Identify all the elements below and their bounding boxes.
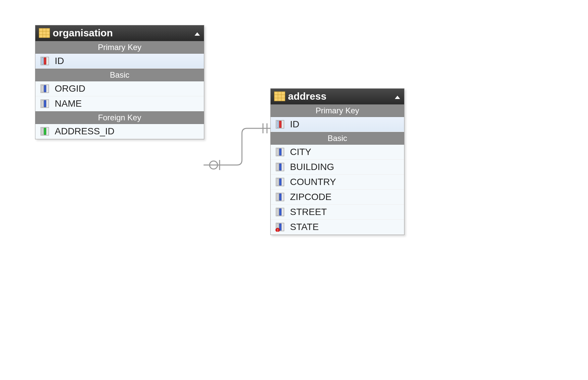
svg-rect-30	[277, 121, 279, 128]
pk-column-icon	[273, 120, 287, 129]
column-name: STATE	[287, 222, 319, 232]
table-row[interactable]: ORGID	[35, 81, 204, 96]
fk-column-icon	[38, 127, 51, 136]
svg-rect-39	[277, 179, 279, 185]
column-icon	[273, 192, 287, 202]
svg-rect-15	[42, 85, 43, 92]
column-name: COUNTRY	[287, 177, 336, 187]
column-icon	[273, 162, 287, 172]
entity-title: organisation	[50, 27, 194, 39]
svg-marker-27	[395, 96, 400, 99]
entity-address[interactable]: address Primary Key ID Basic CITY BUILDI…	[270, 88, 404, 235]
column-icon	[273, 147, 287, 157]
table-row[interactable]: ID	[271, 117, 404, 132]
svg-rect-32	[279, 149, 281, 155]
svg-rect-12	[42, 58, 43, 64]
table-row[interactable]: NAME	[35, 96, 204, 111]
svg-rect-29	[279, 121, 281, 128]
column-name: ORGID	[51, 83, 85, 94]
svg-rect-20	[44, 128, 46, 135]
svg-point-0	[210, 161, 218, 169]
column-name: NAME	[51, 98, 82, 109]
column-icon	[273, 177, 287, 187]
entity-title: address	[285, 91, 394, 102]
table-row[interactable]: BUILDING	[271, 160, 404, 175]
column-icon	[273, 207, 287, 217]
svg-rect-4	[39, 28, 50, 38]
section-label-primary-key: Primary Key	[35, 41, 204, 54]
svg-rect-11	[44, 58, 46, 64]
table-row[interactable]: ADDRESS_ID	[35, 124, 204, 139]
svg-rect-42	[277, 194, 279, 200]
entity-header[interactable]: address	[271, 89, 404, 104]
section-label-foreign-key: Foreign Key	[35, 111, 204, 124]
svg-rect-38	[279, 179, 281, 185]
svg-rect-45	[277, 209, 279, 215]
table-icon	[39, 28, 50, 38]
svg-rect-14	[44, 85, 46, 92]
table-icon	[274, 91, 285, 101]
column-name: CITY	[287, 147, 311, 157]
column-name: STREET	[287, 207, 327, 217]
column-name: ID	[51, 56, 64, 66]
entity-organisation[interactable]: organisation Primary Key ID Basic ORGID …	[35, 25, 204, 139]
table-row[interactable]: STREET	[271, 205, 404, 220]
column-name: ADDRESS_ID	[51, 126, 114, 137]
collapse-icon[interactable]	[194, 27, 201, 39]
section-label-basic: Basic	[35, 69, 204, 81]
column-icon	[38, 99, 51, 108]
table-row[interactable]: COUNTRY	[271, 175, 404, 190]
column-name: ZIPCODE	[287, 192, 331, 202]
table-row[interactable]: ID	[35, 54, 204, 69]
svg-rect-44	[279, 209, 281, 215]
column-icon	[38, 84, 51, 93]
table-row[interactable]: ! STATE	[271, 220, 404, 235]
column-error-icon: !	[273, 222, 287, 232]
section-label-basic: Basic	[271, 132, 404, 145]
svg-rect-33	[277, 149, 279, 155]
svg-rect-41	[279, 194, 281, 200]
entity-header[interactable]: organisation	[35, 25, 204, 41]
collapse-icon[interactable]	[394, 91, 401, 102]
svg-rect-35	[279, 164, 281, 170]
svg-rect-36	[277, 164, 279, 170]
svg-text:!: !	[277, 228, 278, 232]
svg-rect-22	[274, 92, 285, 101]
svg-rect-18	[42, 100, 43, 107]
column-name: ID	[287, 119, 299, 130]
svg-rect-21	[42, 128, 43, 135]
pk-column-icon	[38, 56, 51, 66]
table-row[interactable]: ZIPCODE	[271, 190, 404, 205]
svg-marker-9	[195, 32, 200, 36]
table-row[interactable]: CITY	[271, 145, 404, 160]
column-name: BUILDING	[287, 162, 334, 172]
section-label-primary-key: Primary Key	[271, 104, 404, 117]
svg-rect-17	[44, 100, 46, 107]
